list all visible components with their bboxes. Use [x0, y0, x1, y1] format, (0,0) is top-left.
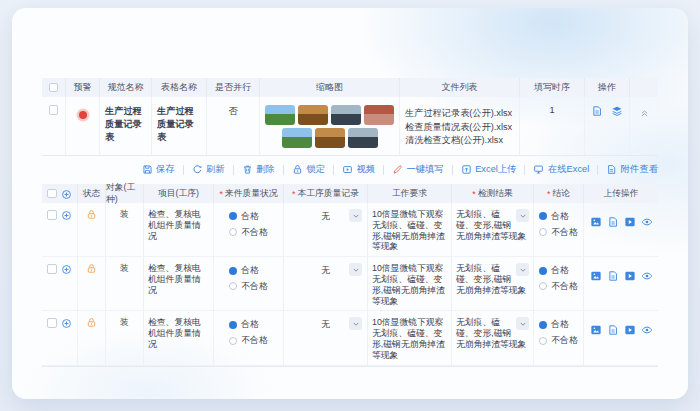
incoming-quality-cell: 合格 不合格: [214, 257, 284, 311]
radio-pass[interactable]: 合格: [539, 211, 577, 222]
radio-fail[interactable]: 不合格: [539, 335, 577, 346]
eye-icon[interactable]: [641, 270, 653, 282]
attachment-icon: [606, 164, 617, 175]
col-actions: 操作: [585, 78, 630, 97]
incoming-quality-cell: 合格 不合格: [214, 203, 284, 257]
thumbnail-image[interactable]: [315, 128, 345, 148]
detail-select-all-checkbox[interactable]: [47, 189, 57, 199]
col-file-list: 文件列表: [400, 78, 520, 97]
thumbnail-image[interactable]: [298, 105, 328, 125]
save-icon: [142, 164, 153, 175]
divider: [283, 165, 284, 175]
col-status: 状态: [78, 184, 106, 203]
image-icon[interactable]: [590, 324, 602, 336]
radio-fail[interactable]: 不合格: [229, 335, 267, 346]
radio-pass[interactable]: 合格: [539, 319, 577, 330]
eye-icon[interactable]: [641, 216, 653, 228]
test-result-cell: 无划痕、磕碰、变形,磁钢无崩角掉渣等现象: [452, 257, 534, 311]
row-checkbox[interactable]: [47, 210, 57, 220]
main-panel: 预警 规范名称 表格名称 是否并行 缩略图 文件列表 填写时序 操作 生产过程质…: [12, 8, 688, 399]
file-icon[interactable]: [607, 216, 619, 228]
radio-unselected-icon: [539, 282, 547, 290]
collapse-icon[interactable]: [639, 107, 650, 118]
process-record-select[interactable]: 无: [288, 263, 363, 276]
divider: [597, 165, 598, 175]
video-icon[interactable]: [624, 324, 636, 336]
divider: [233, 165, 234, 175]
lock-button[interactable]: 锁定: [292, 163, 325, 176]
radio-unselected-icon: [539, 228, 547, 236]
upload-ops-cell: [584, 257, 658, 311]
delete-button[interactable]: 删除: [242, 163, 275, 176]
excel-upload-button[interactable]: Excel上传: [461, 163, 517, 176]
thumbnail-image[interactable]: [265, 105, 295, 125]
process-record-select[interactable]: 无: [288, 209, 363, 222]
chevron-down-icon[interactable]: [516, 263, 529, 276]
eye-icon[interactable]: [641, 324, 653, 336]
radio-selected-icon: [539, 267, 547, 275]
radio-fail[interactable]: 不合格: [229, 227, 267, 238]
add-row-icon[interactable]: [61, 264, 72, 275]
col-collapse: [630, 78, 658, 97]
object-type-cell: 装: [106, 311, 144, 365]
thumbnail-image[interactable]: [282, 128, 312, 148]
radio-pass[interactable]: 合格: [229, 265, 267, 276]
col-thumbnail: 缩略图: [260, 78, 400, 97]
image-icon[interactable]: [590, 216, 602, 228]
row-select-cell: [42, 203, 78, 257]
chevron-down-icon[interactable]: [349, 209, 362, 222]
file-name: 生产过程记录表(公开).xlsx: [405, 107, 512, 121]
one-click-fill-button[interactable]: 一键填写: [392, 163, 444, 176]
lock-icon: [86, 209, 97, 220]
thumbnail-image[interactable]: [348, 128, 378, 148]
thumbnail-image[interactable]: [331, 105, 361, 125]
add-row-icon[interactable]: [61, 210, 72, 221]
video-icon[interactable]: [624, 216, 636, 228]
file-list-cell: 生产过程记录表(公开).xlsx 检查质量情况表(公开).xlsx 清洗检查文档…: [400, 97, 520, 155]
radio-fail[interactable]: 不合格: [539, 281, 577, 292]
row-select-cell: [42, 257, 78, 311]
attachment-view-button[interactable]: 附件查看: [606, 163, 658, 176]
chevron-down-icon[interactable]: [516, 317, 529, 330]
radio-pass[interactable]: 合格: [229, 211, 267, 222]
add-row-icon[interactable]: [61, 189, 72, 200]
image-icon[interactable]: [590, 270, 602, 282]
process-record-cell: 无: [284, 311, 368, 365]
monitor-icon: [533, 164, 544, 175]
file-icon[interactable]: [607, 324, 619, 336]
radio-unselected-icon: [229, 228, 237, 236]
conclusion-cell: 合格 不合格: [534, 203, 584, 257]
chevron-down-icon[interactable]: [516, 209, 529, 222]
chevron-down-icon[interactable]: [349, 263, 362, 276]
layers-icon[interactable]: [611, 105, 623, 117]
file-icon[interactable]: [591, 105, 603, 117]
add-row-icon[interactable]: [61, 318, 72, 329]
select-all-checkbox[interactable]: [49, 83, 59, 93]
row-select-cell: [42, 97, 66, 155]
radio-fail[interactable]: 不合格: [229, 281, 267, 292]
radio-fail[interactable]: 不合格: [539, 227, 577, 238]
row-checkbox[interactable]: [47, 264, 57, 274]
warning-dot-icon: [79, 111, 87, 119]
video-button[interactable]: 视频: [342, 163, 375, 176]
video-icon[interactable]: [624, 270, 636, 282]
save-button[interactable]: 保存: [142, 163, 175, 176]
row-checkbox[interactable]: [47, 318, 57, 328]
thumbnail-image[interactable]: [364, 105, 394, 125]
parallel-cell: 否: [207, 97, 260, 155]
radio-selected-icon: [229, 212, 237, 220]
row-select-cell: [42, 311, 78, 365]
row-checkbox[interactable]: [49, 105, 59, 115]
online-excel-button[interactable]: 在线Excel: [533, 163, 589, 176]
refresh-button[interactable]: 刷新: [192, 163, 225, 176]
project-cell: 检查、复核电机组件质量情况: [144, 203, 214, 257]
chevron-down-icon[interactable]: [349, 317, 362, 330]
radio-selected-icon: [539, 212, 547, 220]
process-record-select[interactable]: 无: [288, 317, 363, 330]
radio-pass[interactable]: 合格: [229, 319, 267, 330]
incoming-quality-cell: 合格 不合格: [214, 311, 284, 365]
radio-pass[interactable]: 合格: [539, 265, 577, 276]
col-project: 项目(工序): [144, 184, 214, 203]
file-icon[interactable]: [607, 270, 619, 282]
detail-select-header: [42, 184, 78, 203]
